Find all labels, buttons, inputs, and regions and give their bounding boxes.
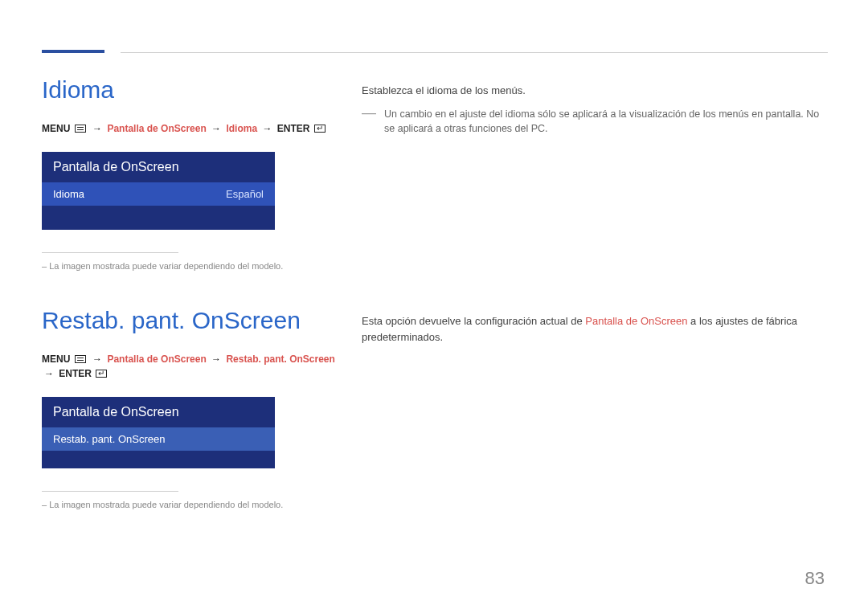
section-idioma: Idioma MENU → Pantalla de OnScreen → Idi… — [42, 76, 828, 271]
breadcrumb: MENU → Pantalla de OnScreen → Restab. pa… — [42, 352, 339, 381]
osd-row-idioma: Idioma Español — [42, 182, 275, 206]
osd-preview: Pantalla de OnScreen Idioma Español — [42, 152, 275, 230]
dash-icon: ― — [362, 105, 376, 137]
arrow-icon: → — [209, 353, 223, 365]
caption: – La imagen mostrada puede variar depend… — [42, 500, 339, 509]
menu-icon — [75, 355, 86, 363]
osd-row-label: Idioma — [53, 188, 84, 200]
breadcrumb-1: Pantalla de OnScreen — [107, 123, 206, 134]
description: Esta opción devuelve la configuración ac… — [362, 313, 828, 345]
manual-page: Idioma MENU → Pantalla de OnScreen → Idi… — [0, 0, 868, 613]
divider — [42, 252, 178, 253]
breadcrumb-2: Restab. pant. OnScreen — [226, 353, 334, 365]
page-number: 83 — [805, 568, 825, 589]
breadcrumb-menu: MENU — [42, 123, 70, 134]
section-restab: Restab. pant. OnScreen MENU → Pantalla d… — [42, 307, 828, 509]
caption: – La imagen mostrada puede variar depend… — [42, 261, 339, 271]
arrow-icon: → — [90, 353, 104, 365]
osd-row-empty — [42, 451, 275, 468]
desc-highlight: Pantalla de OnScreen — [585, 315, 687, 327]
breadcrumb-enter: ENTER — [59, 368, 92, 379]
description: Establezca el idioma de los menús. — [362, 83, 828, 99]
breadcrumb-2: Idioma — [226, 123, 257, 134]
arrow-icon: → — [260, 123, 274, 134]
left-column: Restab. pant. OnScreen MENU → Pantalla d… — [42, 307, 339, 509]
page-content: Idioma MENU → Pantalla de OnScreen → Idi… — [42, 76, 828, 546]
breadcrumb-menu: MENU — [42, 353, 70, 365]
menu-icon — [75, 125, 86, 133]
osd-preview: Pantalla de OnScreen Restab. pant. OnScr… — [42, 397, 275, 468]
arrow-icon: → — [209, 123, 223, 134]
osd-row-label: Restab. pant. OnScreen — [53, 433, 165, 445]
section-heading: Idioma — [42, 76, 339, 104]
osd-title: Pantalla de OnScreen — [42, 397, 275, 427]
arrow-icon: → — [42, 368, 56, 379]
breadcrumb: MENU → Pantalla de OnScreen → Idioma → E… — [42, 121, 339, 136]
header-accent-bar — [42, 50, 104, 53]
osd-row-restab: Restab. pant. OnScreen — [42, 427, 275, 451]
left-column: Idioma MENU → Pantalla de OnScreen → Idi… — [42, 76, 339, 271]
enter-icon — [96, 370, 107, 378]
osd-title: Pantalla de OnScreen — [42, 152, 275, 182]
osd-row-value: Español — [226, 188, 264, 200]
right-column: Esta opción devuelve la configuración ac… — [362, 307, 828, 509]
right-column: Establezca el idioma de los menús. ― Un … — [362, 76, 828, 271]
note: ― Un cambio en el ajuste del idioma sólo… — [362, 107, 828, 137]
desc-pre: Esta opción devuelve la configuración ac… — [362, 315, 585, 327]
section-heading: Restab. pant. OnScreen — [42, 307, 339, 334]
osd-row-empty — [42, 206, 275, 230]
note-text: Un cambio en el ajuste del idioma sólo s… — [384, 107, 828, 137]
divider — [42, 491, 178, 492]
arrow-icon: → — [90, 123, 104, 134]
enter-icon — [314, 125, 326, 133]
header-rule — [121, 52, 828, 53]
breadcrumb-enter: ENTER — [277, 123, 310, 134]
breadcrumb-1: Pantalla de OnScreen — [107, 353, 206, 365]
